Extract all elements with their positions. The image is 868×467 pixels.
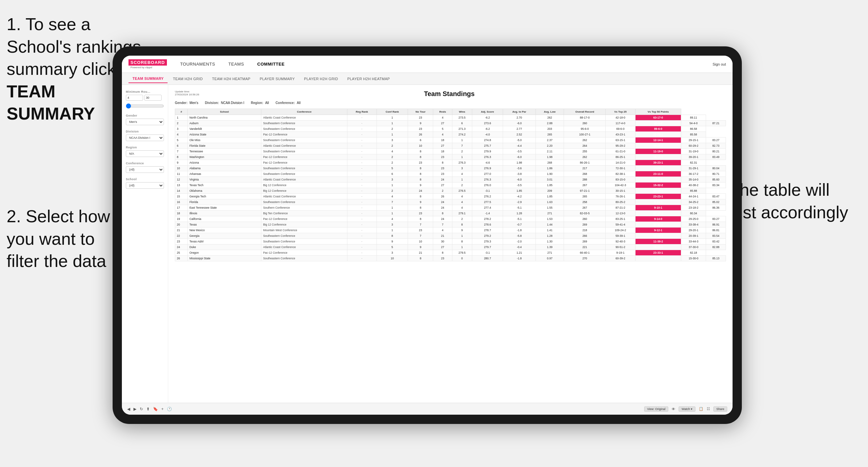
sidebar-max-input[interactable] xyxy=(145,95,162,101)
col-school: School xyxy=(187,109,261,115)
update-time-block: Update time: 27/03/2024 16:56:26 xyxy=(175,90,199,96)
back-icon[interactable]: ◀ xyxy=(127,407,130,411)
content-area: Update time: 27/03/2024 16:56:26 Team St… xyxy=(168,85,733,403)
table-row: 25OregonPac-12 Conference-3218279.5-3.11… xyxy=(175,250,726,256)
sidebar-conference-label: Conference xyxy=(126,162,164,165)
filter-region-label: Region: xyxy=(251,101,263,105)
table-row: 11ArkansasSoutheastern Conference-682342… xyxy=(175,171,726,177)
logo-powered-by: Powered by clippd xyxy=(128,66,167,69)
sidebar-conference-select[interactable]: (All) xyxy=(126,166,164,173)
nav-logo: SCOREBOARD Powered by clippd xyxy=(128,59,167,69)
sidebar-school-section: School (All) xyxy=(126,178,164,189)
nav-links: TOURNAMENTS TEAMS COMMITTEE xyxy=(180,62,713,67)
table-row: 17East Tennessee StateSouthern Conferenc… xyxy=(175,205,726,211)
filter-conference-label: Conference: xyxy=(276,101,295,105)
table-row: 15Georgia TechAtlantic Coast Conference-… xyxy=(175,194,726,199)
table-row: 22GeorgiaSoutheastern Conference-8721127… xyxy=(175,233,726,239)
add-icon[interactable]: + xyxy=(161,407,164,411)
col-wins: Wins xyxy=(452,109,472,115)
nav-committee[interactable]: COMMITTEE xyxy=(257,62,285,67)
nav-bar: SCOREBOARD Powered by clippd TOURNAMENTS… xyxy=(122,56,733,73)
table-row: 20TexasBig 12 Conference-3778278.6-0.71.… xyxy=(175,222,726,227)
col-adj-score: Adj. Score xyxy=(472,109,503,115)
sub-nav-team-summary[interactable]: TEAM SUMMARY xyxy=(128,74,167,83)
sidebar-region-label: Region xyxy=(126,146,164,149)
sidebar-gender-label: Gender xyxy=(126,114,164,117)
sidebar-division-label: Division xyxy=(126,130,164,133)
sidebar: Minimum Rou... Gender Men's Women's D xyxy=(122,85,168,403)
content-header: Update time: 27/03/2024 16:56:26 Team St… xyxy=(175,90,726,98)
update-time: 27/03/2024 16:56:26 xyxy=(175,93,199,96)
filter-gender-value: Men's xyxy=(189,101,198,105)
nav-tournaments[interactable]: TOURNAMENTS xyxy=(180,62,215,67)
instruction-2-line3: filter the data xyxy=(7,251,106,271)
table-row: 6Florida StateAtlantic Coast Conference-… xyxy=(175,143,726,149)
filter-division: Division: NCAA Division I xyxy=(205,101,244,105)
filter-gender: Gender: Men's xyxy=(175,101,198,105)
table-row: 18IllinoisBig Ten Conference-1238279.1-1… xyxy=(175,211,726,216)
clock-icon[interactable]: 🕐 xyxy=(167,407,172,411)
bottom-bar: ◀ ▶ ↻ ⬆ 🔖 + 🕐 View: Original 👁 Watch ▾ 📋… xyxy=(122,403,733,415)
filter-gender-label: Gender: xyxy=(175,101,187,105)
filters-row: Gender: Men's Division: NCAA Division I … xyxy=(175,101,726,105)
table-row: 3VanderbiltSoutheastern Conference-22352… xyxy=(175,126,726,132)
forward-icon[interactable]: ▶ xyxy=(133,407,136,411)
main-content: Minimum Rou... Gender Men's Women's D xyxy=(122,85,733,403)
sub-nav-player-summary[interactable]: PLAYER SUMMARY xyxy=(256,75,299,83)
logo-scoreboard: SCOREBOARD xyxy=(128,59,167,66)
filter-conference: Conference: All xyxy=(276,101,300,105)
sub-nav-player-h2h-grid[interactable]: PLAYER H2H GRID xyxy=(300,75,342,83)
standings-table: # School Conference Reg Rank Conf Rank N… xyxy=(175,108,726,261)
table-row: 21New MexicoMountain West Conference-123… xyxy=(175,227,726,233)
table-row: 14OklahomaBig 12 Conference-2242276.5-3.… xyxy=(175,188,726,194)
sidebar-region-section: Region N/A All xyxy=(126,146,164,157)
sidebar-min-input[interactable] xyxy=(126,95,143,101)
table-row: 12VirginiaAtlantic Coast Conference-3824… xyxy=(175,177,726,183)
table-row: 16FloridaSoutheastern Conference-7924427… xyxy=(175,199,726,205)
col-reg-rank: Reg Rank xyxy=(347,109,376,115)
col-conference: Conference xyxy=(261,109,347,115)
page-title: Team Standings xyxy=(199,90,700,98)
col-rank: # xyxy=(175,109,188,115)
grid-icon: ☷ xyxy=(707,407,710,411)
view-original-btn[interactable]: View: Original xyxy=(644,406,668,412)
sidebar-division-select[interactable]: NCAA Division I NCAA Division II NCAA Di… xyxy=(126,134,164,141)
sub-nav-player-h2h-heatmap[interactable]: PLAYER H2H HEATMAP xyxy=(343,75,394,83)
table-row: 23Texas A&MSoutheastern Conference-91030… xyxy=(175,239,726,244)
share-icon-small[interactable]: ⬆ xyxy=(146,407,150,411)
sidebar-min-rounds-label: Minimum Rou... xyxy=(126,90,164,93)
update-label: Update time: xyxy=(175,90,199,93)
table-row: 13Texas TechBig 12 Conference-19272276.0… xyxy=(175,183,726,188)
filter-conference-value: All xyxy=(297,101,300,105)
col-no-tour: No Tour xyxy=(408,109,433,115)
sidebar-minimum-rounds: Minimum Rou... xyxy=(126,90,164,109)
sidebar-rounds-slider[interactable] xyxy=(126,103,164,108)
table-row: 8WashingtonPac-12 Conference-28231276.3-… xyxy=(175,154,726,160)
filter-division-label: Division: xyxy=(205,101,219,105)
table-row: 9ArizonaPac-12 Conference-2238276.3-4.61… xyxy=(175,160,726,165)
sign-out[interactable]: Sign out xyxy=(713,62,726,66)
sidebar-school-label: School xyxy=(126,178,164,181)
share-btn[interactable]: Share xyxy=(713,406,727,412)
table-row: 1North CarolinaAtlantic Coast Conference… xyxy=(175,115,726,121)
filter-region-value: All xyxy=(265,101,269,105)
filter-region: Region: All xyxy=(251,101,269,105)
nav-teams[interactable]: TEAMS xyxy=(228,62,244,67)
sub-nav-team-h2h-heatmap[interactable]: TEAM H2H HEATMAP xyxy=(208,75,254,83)
sidebar-region-select[interactable]: N/A All xyxy=(126,150,164,157)
sub-nav-team-h2h-grid[interactable]: TEAM H2H GRID xyxy=(169,75,207,83)
col-overall: Overall Record xyxy=(564,109,606,115)
bookmark-icon[interactable]: 🔖 xyxy=(153,407,158,411)
table-row: 4Arizona StatePac-12 Conference-1264274.… xyxy=(175,132,726,137)
sidebar-gender-select[interactable]: Men's Women's xyxy=(126,119,164,125)
col-conf-rank: Conf Rank xyxy=(376,109,408,115)
table-row: 26Mississippi StateSoutheastern Conferen… xyxy=(175,256,726,261)
table-row: 10AlabamaSoutheastern Conference-5823327… xyxy=(175,165,726,171)
col-rnds: Rnds xyxy=(433,109,452,115)
tablet-screen: SCOREBOARD Powered by clippd TOURNAMENTS… xyxy=(122,56,733,415)
reload-icon[interactable]: ↻ xyxy=(140,407,143,411)
watch-btn[interactable]: Watch ▾ xyxy=(679,406,695,412)
table-row: 2AuburnSoutheastern Conference-19276273.… xyxy=(175,121,726,126)
filter-division-value: NCAA Division I xyxy=(221,101,244,105)
sidebar-school-select[interactable]: (All) xyxy=(126,182,164,189)
